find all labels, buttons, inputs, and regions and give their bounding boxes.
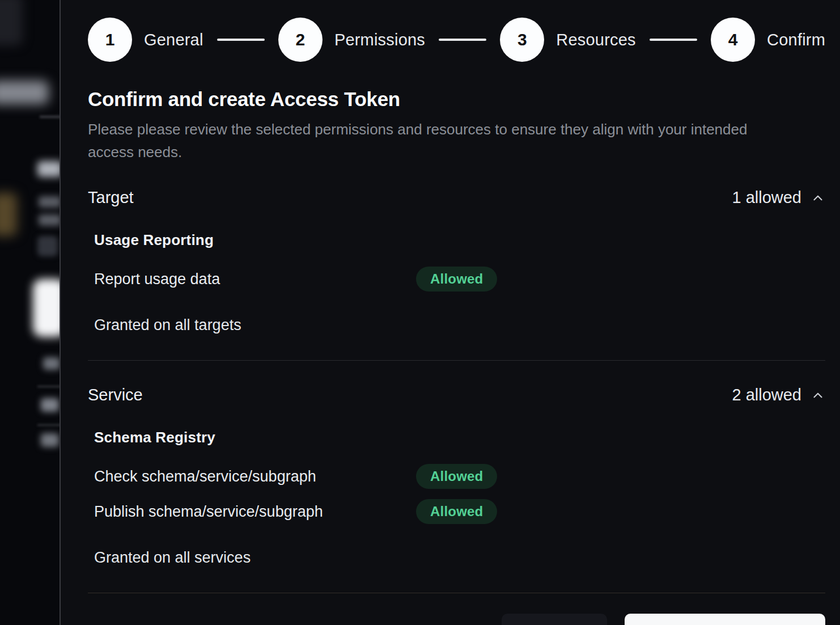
step-number-circle: 4	[711, 18, 755, 62]
step-label: Confirm	[767, 31, 825, 49]
section-header-right[interactable]: 2 allowed	[732, 386, 825, 404]
step-resources[interactable]: 3 Resources	[500, 18, 635, 62]
page-title: Confirm and create Access Token	[88, 88, 825, 111]
create-access-token-button[interactable]: Create Access Token	[625, 614, 825, 625]
section-divider	[88, 360, 825, 361]
backdrop-blur-text	[41, 433, 59, 447]
group-heading: Schema Registry	[94, 429, 825, 446]
step-confirm[interactable]: 4 Confirm	[711, 18, 825, 62]
page-subtitle: Please please review the selected permis…	[88, 118, 784, 163]
backdrop-blur-blob	[0, 193, 17, 236]
step-number-circle: 1	[88, 18, 132, 62]
create-access-token-modal: 1 General 2 Permissions 3 Resources 4 Co…	[60, 0, 840, 625]
permission-label: Check schema/service/subgraph	[94, 468, 416, 485]
backdrop-blur-divider	[37, 386, 61, 387]
chevron-up-icon[interactable]	[811, 388, 825, 403]
modal-footer: Go back Create Access Token	[88, 614, 825, 625]
backdrop-blur-text	[39, 214, 61, 226]
backdrop-blur-card	[33, 279, 61, 337]
step-number-circle: 2	[278, 18, 323, 62]
stepper-connector	[217, 39, 265, 41]
chevron-up-icon[interactable]	[811, 191, 825, 205]
backdrop-blur-text	[39, 196, 61, 208]
status-badge-allowed: Allowed	[416, 267, 497, 292]
status-badge-allowed: Allowed	[416, 499, 497, 524]
section-target-header[interactable]: Target 1 allowed	[88, 188, 825, 207]
section-name: Service	[88, 386, 143, 404]
permission-group-schema-registry: Schema Registry Check schema/service/sub…	[88, 429, 825, 524]
permission-row: Report usage data Allowed	[94, 267, 825, 292]
group-heading: Usage Reporting	[94, 231, 825, 249]
permission-label: Publish schema/service/subgraph	[94, 503, 416, 521]
granted-note: Granted on all services	[88, 549, 825, 567]
stepper-connector	[650, 39, 697, 41]
permission-group-usage-reporting: Usage Reporting Report usage data Allowe…	[88, 231, 825, 292]
section-header-right[interactable]: 1 allowed	[732, 188, 825, 207]
section-service: Service 2 allowed Schema Registry Check …	[88, 386, 825, 567]
permission-row: Publish schema/service/subgraph Allowed	[94, 499, 825, 524]
backdrop-blur-blob	[0, 0, 23, 45]
granted-note: Granted on all targets	[88, 316, 825, 334]
backdrop-blur-text	[43, 357, 60, 370]
step-permissions[interactable]: 2 Permissions	[278, 18, 425, 62]
step-number-circle: 3	[500, 18, 544, 62]
section-name: Target	[88, 188, 134, 207]
permission-row: Check schema/service/subgraph Allowed	[94, 464, 825, 489]
backdrop-blur-divider	[40, 116, 61, 118]
backdrop-blur-icon	[37, 236, 58, 256]
step-general[interactable]: 1 General	[88, 18, 203, 62]
go-back-button[interactable]: Go back	[502, 614, 607, 625]
backdrop-blur-text	[41, 398, 59, 412]
step-label: Resources	[556, 31, 635, 49]
allowed-count: 2 allowed	[732, 386, 801, 404]
allowed-count: 1 allowed	[732, 188, 801, 207]
stepper-connector	[439, 39, 486, 41]
footer-divider	[88, 593, 825, 593]
status-badge-allowed: Allowed	[416, 464, 497, 489]
backdrop-blur-text	[37, 161, 61, 177]
section-target: Target 1 allowed Usage Reporting Report …	[88, 188, 825, 334]
backdrop-blur-blob	[0, 81, 49, 104]
backdrop-blur-divider	[37, 424, 61, 426]
section-service-header[interactable]: Service 2 allowed	[88, 386, 825, 404]
permission-label: Report usage data	[94, 271, 416, 288]
step-label: Permissions	[334, 31, 425, 49]
backdrop-page	[0, 0, 61, 625]
wizard-stepper: 1 General 2 Permissions 3 Resources 4 Co…	[88, 18, 825, 62]
step-label: General	[144, 31, 203, 49]
